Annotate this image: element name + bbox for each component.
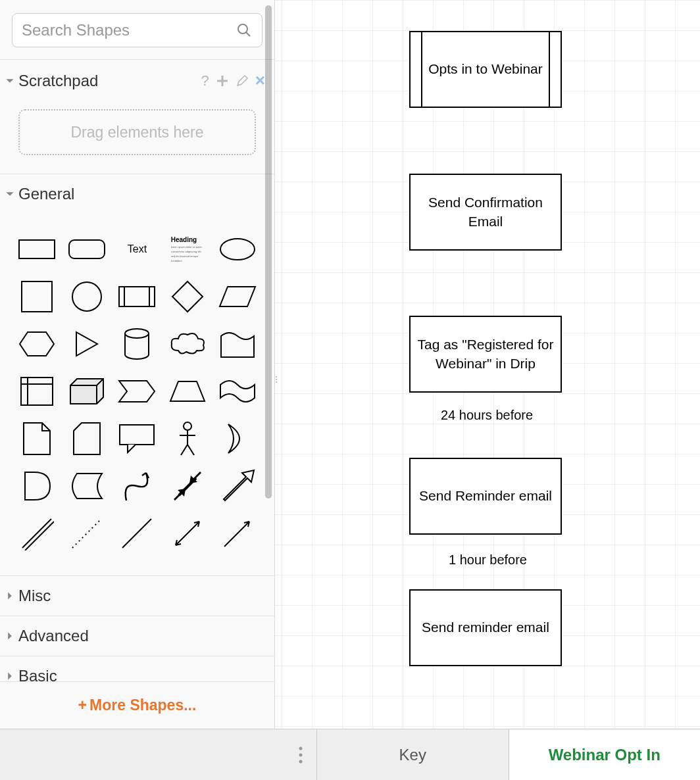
tab-label: Webinar Opt In xyxy=(549,746,661,764)
scrollbar-thumb[interactable] xyxy=(265,5,272,499)
shape-text-label: Text xyxy=(128,243,147,255)
svg-line-26 xyxy=(122,519,151,548)
canvas[interactable]: ⠿ Opts in to Webinar Send Confirmation E… xyxy=(275,0,700,729)
shape-curve[interactable] xyxy=(112,462,162,510)
shapes-sidebar: Scratchpad ? × Drag elements here xyxy=(0,0,275,729)
svg-line-20 xyxy=(181,445,188,455)
flow-node[interactable]: Send Confirmation Email xyxy=(409,174,562,251)
sidebar-scroll[interactable]: Scratchpad ? × Drag elements here xyxy=(0,0,274,681)
shape-step[interactable] xyxy=(112,368,162,415)
svg-point-6 xyxy=(220,239,255,260)
caret-right-icon xyxy=(5,631,14,641)
section-general: General Text Headinglorem ipsum dolor si… xyxy=(0,174,274,575)
shape-circle[interactable] xyxy=(62,273,112,320)
scratchpad-hint: Drag elements here xyxy=(71,124,204,141)
section-misc: Misc xyxy=(0,575,274,616)
edge-label[interactable]: 24 hours before xyxy=(441,408,533,423)
shape-note[interactable] xyxy=(12,415,62,462)
shape-parallelogram[interactable] xyxy=(213,273,262,320)
svg-point-8 xyxy=(72,282,101,311)
tab-webinar-opt-in[interactable]: Webinar Opt In xyxy=(509,729,701,780)
svg-line-22 xyxy=(179,478,196,495)
caret-down-icon xyxy=(5,189,14,199)
edge-label[interactable]: 1 hour before xyxy=(449,552,527,568)
flow-node[interactable]: Tag as "Registered for Webinar" in Drip xyxy=(409,316,562,393)
section-title: Misc xyxy=(18,587,265,605)
section-basic: Basic xyxy=(0,656,274,681)
shape-rounded-rectangle[interactable] xyxy=(62,226,112,273)
caret-right-icon xyxy=(5,671,14,681)
search-wrap xyxy=(0,0,274,59)
section-header-basic[interactable]: Basic xyxy=(0,656,274,681)
scratchpad-dropzone[interactable]: Drag elements here xyxy=(18,109,256,155)
shape-triangle[interactable] xyxy=(62,320,112,368)
flow-node[interactable]: Send Reminder email xyxy=(409,458,562,535)
section-header-misc[interactable]: Misc xyxy=(0,576,274,616)
shape-callout[interactable] xyxy=(112,415,162,462)
edit-icon[interactable] xyxy=(236,74,249,87)
main-area: Scratchpad ? × Drag elements here xyxy=(0,0,700,729)
shape-line-arrow[interactable] xyxy=(213,510,262,557)
svg-line-23 xyxy=(22,519,51,548)
edge-label-text: 1 hour before xyxy=(449,552,527,567)
shape-bidirectional-arrow[interactable] xyxy=(162,462,213,510)
shape-internal-storage[interactable] xyxy=(12,368,62,415)
svg-point-33 xyxy=(299,746,302,750)
shape-actor[interactable] xyxy=(162,415,213,462)
shape-double-line[interactable] xyxy=(12,510,62,557)
section-title: Basic xyxy=(18,667,265,681)
flow-node-start[interactable]: Opts in to Webinar xyxy=(409,31,562,108)
shape-and[interactable] xyxy=(12,462,62,510)
shape-tape[interactable] xyxy=(213,368,262,415)
shape-heading-preview: Headinglorem ipsum dolor sit amet consec… xyxy=(171,237,204,262)
shape-diamond[interactable] xyxy=(162,273,213,320)
shape-ellipse[interactable] xyxy=(213,226,262,273)
shape-cube[interactable] xyxy=(62,368,112,415)
tab-label: Key xyxy=(399,746,426,764)
plus-icon: + xyxy=(78,696,87,714)
more-shapes-button[interactable]: +More Shapes... xyxy=(0,681,274,729)
flow-node-text: Send Confirmation Email xyxy=(417,193,554,231)
svg-rect-16 xyxy=(120,425,154,445)
flow-node-text: Send Reminder email xyxy=(419,487,552,505)
flow-node[interactable]: Send reminder email xyxy=(409,589,562,666)
svg-rect-4 xyxy=(19,240,55,258)
shape-crescent[interactable] xyxy=(213,415,262,462)
svg-line-21 xyxy=(188,445,194,455)
close-icon[interactable]: × xyxy=(255,70,265,91)
shape-process[interactable] xyxy=(112,273,162,320)
section-header-advanced[interactable]: Advanced xyxy=(0,616,274,656)
shape-hexagon[interactable] xyxy=(12,320,62,368)
shape-cloud[interactable] xyxy=(162,320,213,368)
tab-menu-button[interactable] xyxy=(284,729,317,780)
shape-card[interactable] xyxy=(62,415,112,462)
shape-line[interactable] xyxy=(112,510,162,557)
shape-document-top[interactable] xyxy=(213,320,262,368)
shape-dotted-line[interactable] xyxy=(62,510,112,557)
section-title: Scratchpad xyxy=(18,72,201,90)
add-icon[interactable] xyxy=(216,74,229,87)
more-shapes-label: More Shapes... xyxy=(89,696,196,714)
section-header-scratchpad[interactable]: Scratchpad ? × xyxy=(0,60,274,101)
shape-text[interactable]: Text xyxy=(112,226,162,273)
shape-heading[interactable]: Headinglorem ipsum dolor sit amet consec… xyxy=(162,226,213,273)
section-scratchpad: Scratchpad ? × Drag elements here xyxy=(0,59,274,155)
svg-line-25 xyxy=(72,519,101,548)
svg-rect-13 xyxy=(21,378,53,405)
search-input[interactable] xyxy=(12,13,262,47)
shape-square[interactable] xyxy=(12,273,62,320)
shape-trapezoid[interactable] xyxy=(162,368,213,415)
tab-key[interactable]: Key xyxy=(317,729,509,780)
shape-line-bidir[interactable] xyxy=(162,510,213,557)
shape-cylinder[interactable] xyxy=(112,320,162,368)
svg-line-27 xyxy=(176,522,199,545)
flow-node-text: Opts in to Webinar xyxy=(428,60,543,78)
section-header-general[interactable]: General xyxy=(0,174,274,214)
caret-right-icon xyxy=(5,591,14,600)
shape-rectangle[interactable] xyxy=(12,226,62,273)
help-icon[interactable]: ? xyxy=(201,72,209,89)
shapes-grid: Text Headinglorem ipsum dolor sit amet c… xyxy=(0,214,274,575)
shape-arrow[interactable] xyxy=(213,462,262,510)
svg-point-34 xyxy=(299,753,302,756)
shape-data-storage[interactable] xyxy=(62,462,112,510)
